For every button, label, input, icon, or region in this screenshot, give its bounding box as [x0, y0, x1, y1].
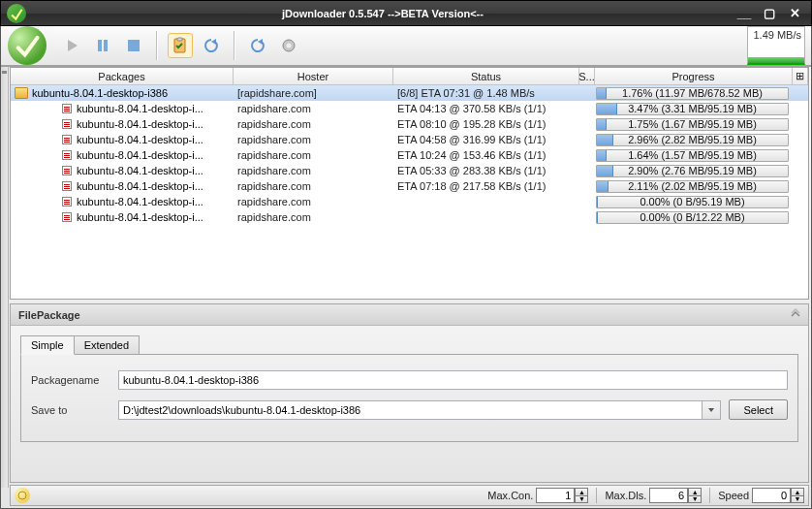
file-row[interactable]: kubuntu-8.04.1-desktop-i... rapidshare.c… — [11, 178, 808, 194]
collapse-icon[interactable] — [789, 307, 802, 321]
package-row[interactable]: kubuntu-8.04.1-desktop-i386 [rapidshare.… — [11, 85, 808, 101]
file-icon — [61, 134, 73, 145]
file-row[interactable]: kubuntu-8.04.1-desktop-i... rapidshare.c… — [11, 101, 808, 116]
app-icon — [7, 4, 26, 23]
pause-button[interactable] — [90, 33, 115, 58]
speed-down[interactable]: ▼ — [791, 495, 804, 503]
svg-marker-0 — [68, 40, 78, 51]
svg-rect-1 — [98, 40, 102, 51]
file-name: kubuntu-8.04.1-desktop-i... — [77, 165, 203, 176]
play-button[interactable] — [59, 33, 84, 58]
progress-bar: 0.00% (0 B/12.22 MB) — [596, 211, 789, 224]
progress-bar: 1.64% (1.57 MB/95.19 MB) — [596, 149, 789, 162]
window-titlebar: jDownloader 0.5.547 -->BETA Version<-- _… — [0, 0, 812, 26]
update-button[interactable] — [245, 33, 270, 58]
file-row[interactable]: kubuntu-8.04.1-desktop-i... rapidshare.c… — [11, 132, 808, 147]
maxdls-label: Max.Dls. — [605, 490, 646, 501]
file-hoster: rapidshare.com — [234, 180, 393, 192]
progress-text: 0.00% (0 B/95.19 MB) — [640, 196, 744, 207]
progress-text: 1.64% (1.57 MB/95.19 MB) — [628, 149, 757, 161]
file-hoster: rapidshare.com — [234, 165, 393, 176]
progress-bar: 1.76% (11.97 MB/678.52 MB) — [596, 87, 789, 100]
maxcon-label: Max.Con. — [487, 490, 533, 501]
window-maximize-button[interactable]: ▢ — [759, 7, 780, 20]
maxdls-spinner[interactable]: ▲▼ — [649, 488, 702, 503]
svg-point-8 — [283, 40, 295, 51]
package-status: [6/8] ETA 07:31 @ 1.48 MB/s — [393, 87, 579, 99]
progress-bar: 2.90% (2.76 MB/95.19 MB) — [596, 165, 789, 177]
file-status: ETA 08:10 @ 195.28 KB/s (1/1) — [393, 118, 579, 130]
downloads-table: Packages Hoster Status S... Progress ⊞ k… — [10, 67, 809, 300]
speed-spinner[interactable]: ▲▼ — [752, 488, 804, 503]
status-icon[interactable] — [15, 488, 30, 503]
file-row[interactable]: kubuntu-8.04.1-desktop-i... rapidshare.c… — [11, 163, 808, 178]
file-row[interactable]: kubuntu-8.04.1-desktop-i... rapidshare.c… — [11, 209, 808, 225]
window-minimize-button[interactable]: __ — [734, 7, 755, 20]
label-packagename: Packagename — [31, 374, 118, 386]
clipboard-button[interactable] — [168, 33, 193, 58]
progress-bar: 0.00% (0 B/95.19 MB) — [596, 196, 789, 208]
file-row[interactable]: kubuntu-8.04.1-desktop-i... rapidshare.c… — [11, 147, 808, 163]
progress-bar: 2.11% (2.02 MB/95.19 MB) — [596, 180, 789, 193]
file-status: ETA 04:58 @ 316.99 KB/s (1/1) — [393, 134, 579, 145]
col-status[interactable]: Status — [393, 68, 579, 84]
speed-up[interactable]: ▲ — [791, 488, 804, 495]
maxdls-input[interactable] — [649, 488, 688, 503]
tab-simple[interactable]: Simple — [20, 335, 75, 355]
file-name: kubuntu-8.04.1-desktop-i... — [77, 118, 203, 130]
label-saveto: Save to — [31, 404, 118, 416]
speed-graph — [748, 57, 804, 63]
progress-text: 2.90% (2.76 MB/95.19 MB) — [628, 165, 757, 176]
window-title-beta: BETA Version — [401, 8, 471, 19]
config-button[interactable] — [276, 33, 301, 58]
maxcon-input[interactable] — [536, 488, 575, 503]
window-title-prefix: jDownloader 0.5.547 --> — [282, 8, 401, 19]
svg-rect-4 — [174, 39, 185, 52]
file-icon — [61, 118, 73, 130]
saveto-dropdown[interactable] — [702, 400, 721, 420]
speed-input[interactable] — [752, 488, 791, 503]
file-icon — [61, 149, 73, 161]
folder-icon — [15, 87, 28, 99]
tab-extended[interactable]: Extended — [74, 335, 140, 354]
file-status: ETA 05:33 @ 283.38 KB/s (1/1) — [393, 165, 579, 176]
col-hoster[interactable]: Hoster — [234, 68, 393, 84]
maxcon-down[interactable]: ▼ — [575, 495, 588, 503]
window-close-button[interactable]: ✕ — [784, 7, 805, 20]
statusbar: Max.Con. ▲▼ Max.Dls. ▲▼ Speed ▲▼ — [10, 485, 809, 506]
svg-marker-6 — [211, 39, 216, 45]
file-row[interactable]: kubuntu-8.04.1-desktop-i... rapidshare.c… — [11, 116, 808, 132]
stop-button[interactable] — [121, 33, 146, 58]
svg-rect-5 — [177, 38, 182, 41]
progress-text: 2.11% (2.02 MB/95.19 MB) — [628, 180, 757, 192]
progress-bar: 1.75% (1.67 MB/95.19 MB) — [596, 118, 789, 131]
col-progress[interactable]: Progress — [595, 68, 793, 84]
select-button[interactable]: Select — [729, 399, 788, 420]
col-packages[interactable]: Packages — [11, 68, 234, 84]
file-row[interactable]: kubuntu-8.04.1-desktop-i... rapidshare.c… — [11, 194, 808, 209]
file-name: kubuntu-8.04.1-desktop-i... — [77, 180, 203, 192]
filepackage-panel: FilePackage Simple Extended Packagename … — [10, 303, 809, 483]
file-hoster: rapidshare.com — [234, 103, 393, 114]
window-title-suffix: <-- — [470, 8, 484, 19]
file-status: ETA 04:13 @ 370.58 KB/s (1/1) — [393, 103, 579, 114]
maxdls-down[interactable]: ▼ — [688, 495, 702, 503]
filepackage-header: FilePackage — [11, 304, 808, 326]
file-hoster: rapidshare.com — [234, 196, 393, 207]
maxcon-spinner[interactable]: ▲▼ — [536, 488, 588, 503]
file-name: kubuntu-8.04.1-desktop-i... — [77, 134, 203, 145]
file-hoster: rapidshare.com — [234, 149, 393, 161]
left-gutter — [1, 67, 9, 488]
input-saveto[interactable] — [118, 400, 703, 420]
reconnect-button[interactable] — [199, 33, 224, 58]
col-sflag[interactable]: S... — [579, 68, 595, 84]
svg-rect-3 — [128, 40, 140, 51]
speed-label: Speed — [718, 490, 749, 501]
col-menu[interactable]: ⊞ — [793, 68, 808, 84]
toolbar: 1.49 MB/s — [1, 26, 811, 67]
progress-text: 1.76% (11.97 MB/678.52 MB) — [622, 87, 763, 99]
file-hoster: rapidshare.com — [234, 134, 393, 145]
maxdls-up[interactable]: ▲ — [688, 488, 702, 495]
input-packagename[interactable] — [118, 370, 788, 390]
maxcon-up[interactable]: ▲ — [575, 488, 588, 495]
